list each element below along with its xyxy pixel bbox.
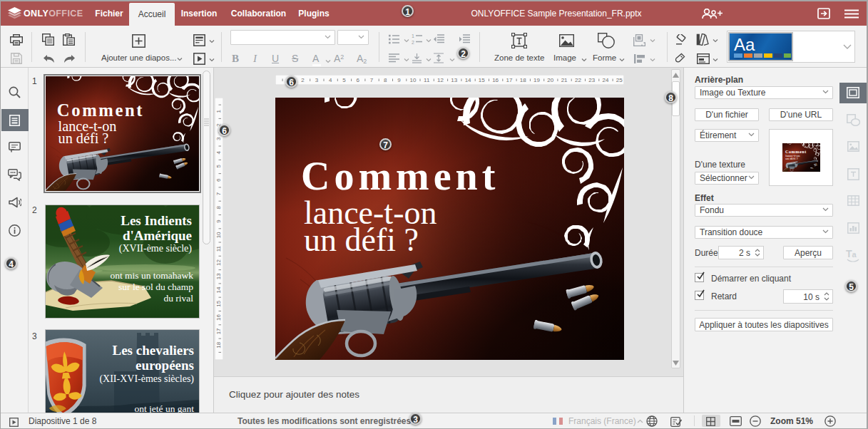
svg-text:18: 18 [520, 77, 526, 83]
svg-text:1: 1 [215, 110, 222, 113]
svg-text:22: 22 [575, 77, 581, 83]
svg-text:5: 5 [342, 77, 346, 83]
svg-text:21: 21 [561, 77, 568, 83]
svg-text:20: 20 [547, 77, 553, 83]
svg-text:9: 9 [215, 219, 222, 223]
svg-text:6: 6 [356, 77, 359, 83]
svg-text:4: 4 [329, 77, 332, 83]
svg-text:3: 3 [215, 137, 222, 140]
svg-text:12: 12 [215, 259, 222, 266]
svg-text:23: 23 [588, 77, 595, 83]
svg-text:17: 17 [506, 77, 512, 83]
svg-text:14: 14 [215, 286, 222, 293]
svg-text:19: 19 [533, 77, 540, 83]
svg-text:15: 15 [479, 77, 485, 83]
svg-text:3: 3 [315, 77, 319, 83]
svg-text:17: 17 [215, 328, 222, 334]
svg-text:2: 2 [301, 77, 305, 83]
svg-text:9: 9 [397, 77, 401, 83]
svg-text:18: 18 [215, 341, 222, 348]
svg-text:16: 16 [215, 314, 222, 321]
svg-text:10: 10 [215, 232, 222, 238]
svg-text:8: 8 [384, 77, 387, 83]
svg-text:13: 13 [451, 77, 457, 83]
svg-text:6: 6 [215, 178, 222, 182]
svg-text:7: 7 [215, 192, 222, 195]
svg-text:13: 13 [215, 273, 222, 279]
svg-text:2: 2 [412, 40, 414, 45]
svg-text:1: 1 [412, 33, 414, 38]
svg-text:11: 11 [424, 77, 430, 83]
svg-text:14: 14 [465, 77, 471, 83]
svg-text:4: 4 [215, 150, 222, 154]
svg-text:10: 10 [409, 77, 416, 83]
svg-text:15: 15 [215, 300, 222, 306]
svg-text:25: 25 [616, 77, 623, 83]
svg-text:24: 24 [603, 77, 609, 83]
svg-text:12: 12 [437, 77, 444, 83]
svg-text:7: 7 [370, 77, 374, 83]
svg-text:5: 5 [215, 165, 222, 168]
svg-text:16: 16 [492, 77, 499, 83]
svg-text:11: 11 [215, 246, 222, 252]
svg-text:8: 8 [215, 206, 222, 210]
